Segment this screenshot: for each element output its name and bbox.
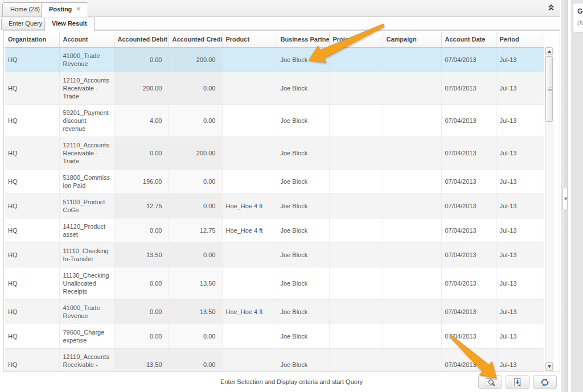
cell-accounted-debit: 0.00 bbox=[114, 267, 169, 299]
cell-project bbox=[329, 72, 383, 104]
table-row[interactable]: HQ 12110_Accounts Receivable - Trade 0.0… bbox=[5, 137, 544, 169]
cell-accounted-debit: 0.00 bbox=[114, 218, 169, 242]
status-buttons bbox=[478, 376, 557, 389]
table-row[interactable]: HQ 51100_Product CoGs 12.75 0.00 Hoe_Hoe… bbox=[5, 193, 544, 218]
cell-business-partner: Joe Block bbox=[277, 242, 329, 267]
cell-account: 12110_Accounts Receivable - Trade bbox=[59, 348, 114, 369]
cell-project bbox=[329, 193, 383, 218]
tab-enter-query[interactable]: Enter Query bbox=[1, 18, 50, 30]
cell-organization: HQ bbox=[5, 193, 59, 218]
east-panel: Ge (No bbox=[568, 0, 583, 392]
scroll-up-arrow-icon[interactable] bbox=[545, 47, 553, 55]
splitter-handle-icon[interactable] bbox=[563, 188, 568, 209]
export-document-icon bbox=[513, 378, 522, 387]
cell-account: 51100_Product CoGs bbox=[59, 193, 114, 218]
cell-campaign bbox=[383, 137, 441, 169]
cell-accounted-credit: 0.00 bbox=[169, 193, 222, 218]
column-header-product[interactable]: Product bbox=[222, 32, 277, 47]
column-header-account[interactable]: Account bbox=[59, 32, 114, 47]
cell-organization: HQ bbox=[5, 218, 59, 242]
table-row[interactable]: HQ 41000_Trade Revenue 0.00 13.50 Hoe_Ho… bbox=[5, 299, 544, 324]
cell-product bbox=[222, 104, 277, 137]
cell-account-date: 07/04/2013 bbox=[441, 242, 496, 267]
cell-business-partner: Joe Block bbox=[277, 299, 329, 324]
cell-period: Jul-13 bbox=[496, 169, 544, 193]
cell-project bbox=[329, 324, 383, 348]
column-header-accounted-credit[interactable]: Accounted Credit bbox=[169, 32, 222, 47]
cell-account-date: 07/04/2013 bbox=[441, 137, 496, 169]
cell-product: Hoe_Hoe 4 ft bbox=[222, 299, 277, 324]
cell-project bbox=[329, 169, 383, 193]
table-row[interactable]: HQ 12110_Accounts Receivable - Trade 13.… bbox=[5, 348, 544, 369]
table-row[interactable]: HQ 41000_Trade Revenue 0.00 200.00 Joe B… bbox=[5, 47, 544, 72]
column-header-project[interactable]: Project bbox=[329, 32, 383, 47]
column-header-accounted-debit[interactable]: Accounted Debit bbox=[114, 32, 169, 47]
table-row[interactable]: HQ 11130_Checking Unallocated Receipts 0… bbox=[5, 267, 544, 299]
scroll-down-arrow-icon[interactable] bbox=[545, 362, 553, 370]
cell-period: Jul-13 bbox=[496, 193, 544, 218]
table-row[interactable]: HQ 79600_Charge expense 0.00 0.00 Joe Bl… bbox=[5, 324, 544, 348]
cell-product: Hoe_Hoe 4 ft bbox=[222, 193, 277, 218]
double-chevron-up-icon[interactable] bbox=[547, 3, 556, 12]
cell-campaign bbox=[383, 72, 441, 104]
cell-business-partner: Joe Block bbox=[277, 193, 329, 218]
cell-accounted-debit: 13.50 bbox=[114, 242, 169, 267]
cell-accounted-credit: 0.00 bbox=[169, 169, 222, 193]
column-header-account-date[interactable]: Account Date bbox=[441, 32, 496, 47]
cell-accounted-debit: 12.75 bbox=[114, 193, 169, 218]
zoom-button[interactable] bbox=[478, 376, 502, 389]
cell-accounted-credit: 0.00 bbox=[169, 242, 222, 267]
cell-account: 12110_Accounts Receivable - Trade bbox=[59, 72, 114, 104]
close-icon[interactable]: × bbox=[76, 5, 80, 13]
refresh-button[interactable] bbox=[533, 376, 557, 389]
column-header-organization[interactable]: Organization bbox=[5, 32, 59, 47]
cell-business-partner: Joe Block bbox=[277, 324, 329, 348]
vertical-scrollbar[interactable] bbox=[545, 47, 553, 371]
cell-accounted-credit: 0.00 bbox=[169, 104, 222, 137]
cell-period: Jul-13 bbox=[496, 47, 544, 72]
cell-product bbox=[222, 242, 277, 267]
status-message: Enter Selection and Display criteria and… bbox=[220, 378, 363, 385]
posting-result-table: Organization Account Accounted Debit Acc… bbox=[5, 32, 544, 369]
cell-business-partner: Joe Block bbox=[277, 104, 329, 137]
cell-campaign bbox=[383, 242, 441, 267]
cell-period: Jul-13 bbox=[496, 72, 544, 104]
cell-organization: HQ bbox=[5, 242, 59, 267]
cell-accounted-credit: 0.00 bbox=[169, 324, 222, 348]
cell-campaign bbox=[383, 104, 441, 137]
east-panel-title: Ge bbox=[577, 7, 583, 15]
tab-posting-label: Posting bbox=[49, 6, 72, 13]
cell-project bbox=[329, 348, 383, 369]
result-grid-panel: Organization Account Accounted Debit Acc… bbox=[3, 30, 560, 372]
tab-view-result[interactable]: View Result bbox=[44, 18, 95, 31]
column-header-campaign[interactable]: Campaign bbox=[383, 32, 441, 47]
cell-period: Jul-13 bbox=[496, 242, 544, 267]
cell-product: Hoe_Hoe 4 ft bbox=[222, 218, 277, 242]
cell-product bbox=[222, 72, 277, 104]
cell-period: Jul-13 bbox=[496, 299, 544, 324]
panel-splitter[interactable] bbox=[561, 0, 568, 392]
cell-project bbox=[329, 242, 383, 267]
column-header-business-partner[interactable]: Business Partner bbox=[277, 32, 329, 47]
cell-campaign bbox=[383, 348, 441, 369]
cell-accounted-debit: 0.00 bbox=[114, 137, 169, 169]
table-row[interactable]: HQ 59201_Payment discount revenue 4.00 0… bbox=[5, 104, 544, 137]
cell-product bbox=[222, 348, 277, 369]
cell-period: Jul-13 bbox=[496, 137, 544, 169]
table-row[interactable]: HQ 51800_Commission Paid 196.00 0.00 Joe… bbox=[5, 169, 544, 193]
cell-account: 12110_Accounts Receivable - Trade bbox=[59, 137, 114, 169]
cell-organization: HQ bbox=[5, 104, 59, 137]
cell-accounted-debit: 13.50 bbox=[114, 348, 169, 369]
export-button[interactable] bbox=[506, 376, 529, 389]
table-row[interactable]: HQ 14120_Product asset 0.00 12.75 Hoe_Ho… bbox=[5, 218, 544, 242]
tab-posting[interactable]: Posting× bbox=[41, 2, 88, 18]
cell-accounted-debit: 196.00 bbox=[114, 169, 169, 193]
table-row[interactable]: HQ 11110_Checking In-Transfer 13.50 0.00… bbox=[5, 242, 544, 267]
grid-viewport: Organization Account Accounted Debit Acc… bbox=[5, 32, 544, 369]
cell-organization: HQ bbox=[5, 137, 59, 169]
cell-campaign bbox=[383, 193, 441, 218]
column-header-period[interactable]: Period bbox=[496, 32, 544, 47]
scrollbar-thumb[interactable] bbox=[545, 56, 553, 122]
table-row[interactable]: HQ 12110_Accounts Receivable - Trade 200… bbox=[5, 72, 544, 104]
cell-account: 41000_Trade Revenue bbox=[59, 299, 114, 324]
